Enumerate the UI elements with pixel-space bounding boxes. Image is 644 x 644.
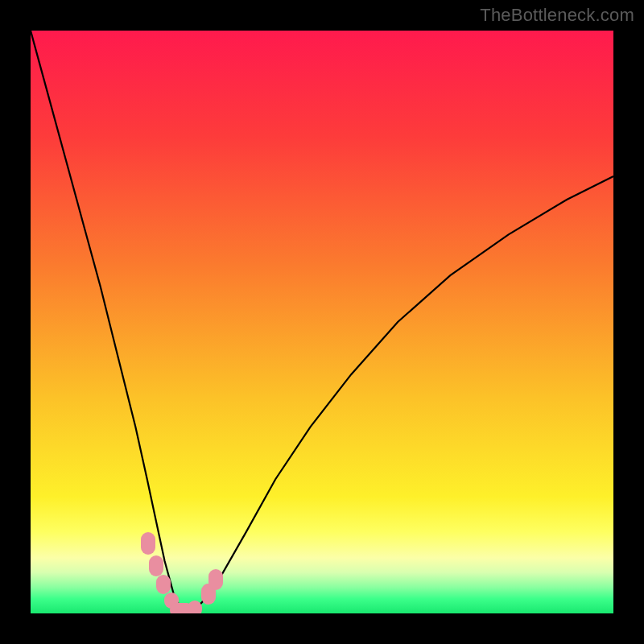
curve-marker xyxy=(149,555,163,576)
watermark-text: TheBottleneck.com xyxy=(480,5,634,26)
plot-area xyxy=(31,31,613,613)
curve-marker xyxy=(188,601,202,613)
curve-marker xyxy=(156,575,171,594)
heatmap-background xyxy=(31,31,613,613)
curve-marker xyxy=(141,532,155,555)
curve-marker xyxy=(208,569,223,590)
gradient-rect xyxy=(31,31,613,613)
chart-frame: TheBottleneck.com xyxy=(0,0,644,644)
